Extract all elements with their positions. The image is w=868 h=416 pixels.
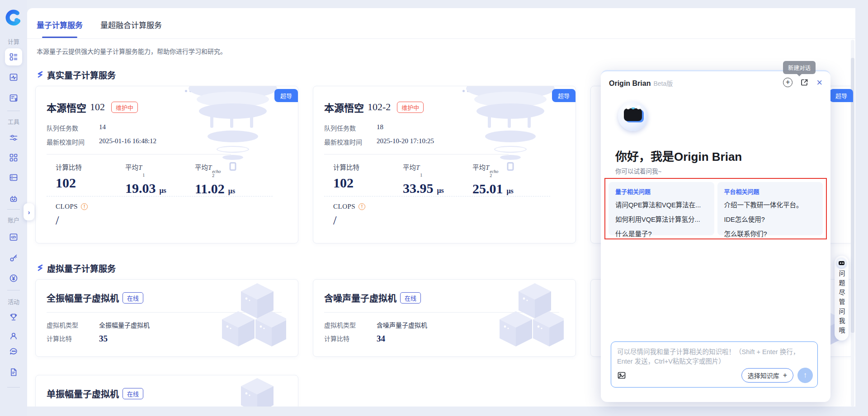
dashboard-icon	[9, 52, 18, 61]
superconducting-badge: 超导	[552, 89, 576, 102]
suggestions-platform: 平台相关问题 介绍一下教研一体化平台。 IDE怎么使用? 怎么联系你们?	[717, 182, 823, 235]
close-icon[interactable]: ×	[816, 78, 822, 87]
sidebar-item-contest[interactable]	[5, 308, 22, 326]
attach-image-icon[interactable]	[617, 371, 626, 380]
tab-quantum-computing[interactable]: 量子计算服务	[37, 19, 83, 30]
document-icon	[9, 368, 18, 377]
status-badge-maintenance: 维护中	[397, 102, 424, 113]
select-knowledge-base-button[interactable]: 选择知识库+	[741, 368, 793, 383]
sidebar-item-feedback[interactable]	[5, 343, 22, 360]
sidebar-divider	[7, 111, 20, 111]
vm-card-single-amplitude[interactable]: 单振幅量子虚拟机 在线	[35, 375, 298, 407]
send-button[interactable]: ↑	[797, 368, 813, 383]
queue-row: 队列任务数18	[324, 123, 356, 132]
machine-name: 本源悟空	[324, 100, 364, 114]
sidebar-collapse-handle[interactable]: ›	[24, 203, 34, 220]
sidebar-item-ai-robot[interactable]	[5, 190, 22, 207]
machine-model: 102	[90, 101, 105, 113]
suggestion-group-title: 量子相关问题	[615, 187, 708, 196]
assistant-hint: 你可以试着问我~	[615, 166, 661, 175]
cubes-illustration	[196, 378, 286, 407]
sidebar-item-monitor[interactable]	[5, 69, 22, 86]
sidebar-item-apps[interactable]	[5, 149, 22, 166]
suggestion-group-title: 平台相关问题	[724, 187, 816, 196]
section-real-machines: 真实量子计算服务	[37, 69, 116, 81]
stat-t2echo: 平均Techo2 25.01μs	[472, 162, 514, 196]
new-chat-icon[interactable]: +	[783, 78, 793, 87]
arrow-up-icon: ↑	[803, 371, 807, 380]
open-in-window-icon[interactable]	[800, 78, 809, 87]
new-chat-tooltip: 新建对话	[783, 61, 816, 74]
trophy-icon	[9, 313, 18, 322]
apps-icon	[9, 153, 18, 162]
suggestions-annotation-box: 量子相关问题 请问QPE算法和VQE算法在... 如何利用VQE算法计算氢分..…	[604, 178, 827, 239]
assistant-panel: Origin BrianBeta版 + × 你好，我是Origin Brian …	[601, 70, 830, 402]
sidebar-group-activity: 活动	[0, 297, 27, 306]
vm-card-full-amplitude[interactable]: 全振幅量子虚拟机 在线 虚拟机类型全振幅量子虚拟机 计算比特35	[35, 279, 298, 357]
coin-yuan-icon	[9, 274, 18, 283]
code-icon	[9, 233, 18, 242]
sidebar: 计算 工具	[0, 0, 27, 416]
suggestion-item[interactable]: 怎么联系你们?	[724, 229, 816, 238]
cubes-illustration	[473, 283, 564, 355]
suggestion-item[interactable]: IDE怎么使用?	[724, 214, 816, 224]
sidebar-item-wallet[interactable]	[5, 270, 22, 287]
chat-input[interactable]	[617, 346, 811, 370]
queue-row: 队列任务数14	[47, 123, 78, 132]
server-icon	[9, 173, 18, 182]
sidebar-item-configurator[interactable]	[5, 129, 22, 146]
chat-bubble-icon	[9, 347, 18, 356]
suggestion-item[interactable]: 介绍一下教研一体化平台。	[724, 200, 816, 209]
status-badge-maintenance: 维护中	[111, 102, 138, 113]
clops-row: CLOPS !	[333, 203, 365, 210]
user-icon	[9, 332, 18, 341]
stat-t1: 平均T1 19.03μs	[125, 162, 166, 196]
stat-qubits: 计算比特 102	[333, 162, 359, 191]
plus-icon: +	[783, 371, 787, 379]
sidebar-group-compute: 计算	[0, 37, 27, 46]
sidebar-item-server[interactable]	[5, 169, 22, 186]
sidebar-item-services[interactable]	[5, 48, 22, 65]
assistant-greeting: 你好，我是Origin Brian	[615, 147, 742, 164]
machine-name: 本源悟空	[47, 100, 86, 114]
bill-icon	[9, 93, 18, 103]
status-badge-online: 在线	[123, 292, 143, 304]
machine-card-wukong-102[interactable]: 超导 本源悟空 102 维护中 队列任务数14 最新校准时间2025-01-16…	[35, 86, 298, 243]
sidebar-item-docs[interactable]	[5, 364, 22, 381]
superconducting-badge: 超导	[274, 89, 298, 102]
sidebar-item-api[interactable]	[5, 229, 22, 246]
robot-icon	[9, 194, 18, 203]
superconducting-badge: 超导	[830, 89, 853, 102]
sidebar-item-keys[interactable]	[5, 249, 22, 266]
dashed-divider	[324, 196, 550, 196]
sliders-icon	[9, 133, 18, 142]
chevron-right-icon: ›	[28, 208, 30, 216]
sidebar-item-profile[interactable]	[5, 327, 22, 345]
suggestion-item[interactable]: 如何利用VQE算法计算氢分...	[615, 214, 708, 224]
monitor-icon	[9, 73, 18, 82]
section-mark-icon	[37, 71, 43, 79]
assistant-header: Origin BrianBeta版 + ×	[601, 71, 830, 95]
vm-card-noisy[interactable]: 含噪声量子虚拟机 在线 虚拟机类型含噪声量子虚拟机 计算比特34	[313, 279, 576, 357]
assistant-avatar	[618, 101, 648, 131]
mini-robot-icon	[837, 258, 846, 268]
section-virtual-machines: 虚拟量子计算服务	[37, 262, 116, 274]
assistant-float-tab[interactable]: 问题尽管问我哦	[835, 256, 849, 341]
cubes-illustration	[196, 283, 286, 355]
assistant-title: Origin BrianBeta版	[609, 79, 673, 88]
sidebar-item-billing[interactable]	[5, 89, 22, 107]
key-icon	[9, 253, 18, 262]
page-intro: 本源量子云提供强大的量子计算服务能力，帮助你进行学习和研究。	[37, 47, 226, 56]
beta-tag: Beta版	[653, 80, 673, 87]
sidebar-group-tools: 工具	[0, 117, 27, 126]
machine-card-wukong-102-2[interactable]: 超导 本源悟空 102-2 维护中 队列任务数18 最新校准时间2025-10-…	[313, 86, 576, 243]
info-icon[interactable]: !	[81, 203, 88, 210]
suggestion-item[interactable]: 请问QPE算法和VQE算法在...	[615, 200, 708, 209]
suggestion-item[interactable]: 什么是量子?	[615, 229, 708, 238]
tab-hybrid-computing[interactable]: 量超融合计算服务	[100, 19, 162, 30]
stat-qubits: 计算比特 102	[56, 162, 82, 191]
origin-quantum-logo[interactable]	[5, 9, 22, 26]
stat-t2echo: 平均Techo2 11.02μs	[195, 162, 235, 196]
clops-row: CLOPS !	[56, 203, 88, 210]
info-icon[interactable]: !	[359, 203, 365, 210]
